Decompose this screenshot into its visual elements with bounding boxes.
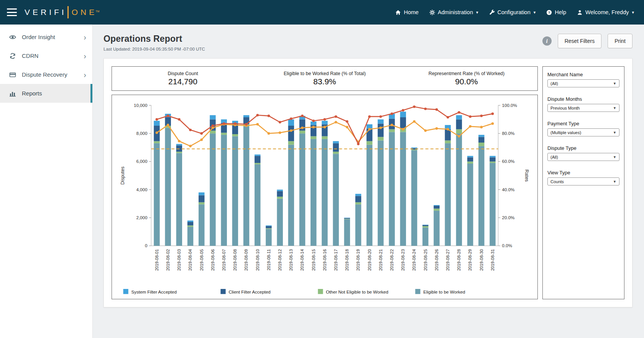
- svg-text:2019-08-06: 2019-08-06: [210, 249, 215, 271]
- sidebar-item-label: Order Insight: [22, 34, 55, 40]
- kpi-representment-rate: Representment Rate (% of Worked) 90.0%: [396, 71, 537, 86]
- nav-item-label: Configuration: [498, 9, 531, 15]
- svg-text:2019-08-04: 2019-08-04: [188, 249, 192, 271]
- wrench-icon: [489, 10, 495, 15]
- nav-user-menu[interactable]: Welcome, Freddy ▾: [577, 9, 634, 15]
- svg-text:2019-08-08: 2019-08-08: [233, 249, 237, 271]
- kpi-label: Eligible to be Worked Rate (% of Total): [254, 71, 396, 76]
- chevron-down-icon: ▼: [613, 155, 616, 159]
- dispute-type-dropdown[interactable]: (All)▼: [547, 153, 619, 161]
- verifi-logo: VERIFI ONE TM: [25, 6, 99, 18]
- nav-help[interactable]: ? Help: [546, 9, 566, 15]
- svg-text:?: ?: [548, 10, 550, 14]
- svg-text:0: 0: [145, 243, 147, 248]
- reset-filters-button[interactable]: Reset Filters: [558, 34, 602, 48]
- page-title: Operations Report: [104, 34, 205, 44]
- svg-text:2019-08-16: 2019-08-16: [322, 249, 327, 271]
- svg-text:System Filter Accepted: System Filter Accepted: [131, 290, 176, 294]
- help-icon: ?: [546, 10, 552, 15]
- bar-chart-icon: [9, 90, 16, 97]
- info-icon[interactable]: i: [542, 36, 552, 46]
- kpi-summary-strip: Dispute Count 214,790 Eligible to be Wor…: [112, 66, 538, 91]
- nav-item-label: Help: [555, 9, 566, 15]
- svg-text:2019-08-12: 2019-08-12: [278, 249, 282, 271]
- svg-text:2019-08-31: 2019-08-31: [490, 249, 495, 271]
- merchant-name-dropdown[interactable]: (All)▼: [547, 79, 619, 87]
- filter-panel: Merchant Name (All)▼ Dispute Months Prev…: [542, 66, 624, 299]
- svg-text:2019-08-01: 2019-08-01: [154, 249, 159, 271]
- svg-text:0.0%: 0.0%: [502, 243, 512, 248]
- sidebar-item-cdrn[interactable]: CDRN ›: [0, 46, 92, 65]
- svg-text:8,000: 8,000: [136, 131, 147, 136]
- nav-item-label: Welcome, Freddy: [585, 9, 629, 15]
- kpi-label: Dispute Count: [112, 71, 254, 76]
- eye-icon: [9, 34, 16, 41]
- svg-text:40.0%: 40.0%: [502, 187, 515, 192]
- svg-text:100.0%: 100.0%: [502, 103, 517, 108]
- svg-text:2019-08-09: 2019-08-09: [244, 249, 248, 271]
- chevron-down-icon: ▼: [613, 106, 616, 110]
- svg-text:Other Not Eligible to be Worke: Other Not Eligible to be Worked: [326, 290, 388, 294]
- payment-type-dropdown[interactable]: (Multiple values)▼: [547, 128, 619, 136]
- kpi-value: 214,790: [112, 77, 254, 86]
- filter-label-dispute-type: Dispute Type: [547, 145, 619, 151]
- chevron-down-icon: ▾: [534, 10, 536, 15]
- kpi-value: 90.0%: [396, 77, 537, 86]
- svg-text:2019-08-18: 2019-08-18: [345, 249, 349, 271]
- main-content: Operations Report Last Updated: 2019-09-…: [93, 25, 644, 338]
- svg-text:2019-08-25: 2019-08-25: [423, 249, 428, 271]
- sidebar-item-order-insight[interactable]: Order Insight ›: [0, 28, 92, 46]
- filter-label-view-type: View Type: [547, 170, 619, 176]
- svg-text:80.0%: 80.0%: [502, 131, 515, 136]
- svg-text:2019-08-28: 2019-08-28: [457, 249, 461, 271]
- svg-text:2019-08-11: 2019-08-11: [266, 249, 271, 271]
- kpi-label: Representment Rate (% of Worked): [396, 71, 537, 76]
- kpi-dispute-count: Dispute Count 214,790: [112, 71, 254, 86]
- kpi-value: 83.9%: [254, 77, 396, 86]
- chevron-down-icon: ▼: [613, 180, 616, 184]
- sidebar-item-label: Dispute Recovery: [22, 71, 67, 78]
- chevron-right-icon: ›: [84, 52, 86, 60]
- chevron-down-icon: ▾: [632, 10, 634, 15]
- print-button[interactable]: Print: [608, 34, 632, 48]
- svg-text:2019-08-07: 2019-08-07: [222, 249, 226, 271]
- view-type-dropdown[interactable]: Counts▼: [547, 177, 619, 185]
- svg-text:2019-08-05: 2019-08-05: [199, 249, 204, 271]
- sidebar-item-label: CDRN: [22, 53, 38, 59]
- svg-text:Disputes: Disputes: [120, 167, 125, 185]
- svg-text:2019-08-10: 2019-08-10: [255, 249, 260, 271]
- svg-text:2019-08-03: 2019-08-03: [177, 249, 181, 271]
- svg-text:2019-08-19: 2019-08-19: [356, 249, 360, 271]
- operations-chart-panel: 02,0004,0006,0008,00010,0000.0%20.0%40.0…: [112, 95, 538, 299]
- svg-text:2019-08-29: 2019-08-29: [468, 249, 472, 271]
- svg-text:2019-08-22: 2019-08-22: [389, 249, 394, 271]
- svg-text:2019-08-27: 2019-08-27: [445, 249, 450, 271]
- svg-text:2019-08-15: 2019-08-15: [311, 249, 316, 271]
- kpi-eligible-rate: Eligible to be Worked Rate (% of Total) …: [254, 71, 396, 86]
- nav-home[interactable]: Home: [395, 9, 419, 15]
- dropdown-value: (All): [550, 81, 558, 86]
- svg-text:Eligible to be Worked: Eligible to be Worked: [423, 290, 465, 294]
- svg-text:20.0%: 20.0%: [502, 215, 515, 220]
- svg-text:2019-08-14: 2019-08-14: [300, 249, 304, 271]
- sidebar-item-reports[interactable]: Reports: [0, 84, 92, 103]
- dispute-months-dropdown[interactable]: Previous Month▼: [547, 104, 619, 112]
- sync-icon: [9, 53, 16, 59]
- svg-text:2019-08-17: 2019-08-17: [334, 249, 338, 271]
- hamburger-menu-icon[interactable]: [7, 8, 17, 16]
- chevron-right-icon: ›: [84, 33, 86, 41]
- nav-administration[interactable]: Administration ▾: [429, 9, 478, 15]
- svg-text:2019-08-20: 2019-08-20: [367, 249, 372, 271]
- gear-icon: [429, 10, 435, 15]
- logo-text-one: ONE: [72, 8, 97, 17]
- sidebar-item-label: Reports: [22, 90, 42, 97]
- filter-label-merchant-name: Merchant Name: [547, 72, 619, 77]
- dropdown-value: Previous Month: [550, 106, 580, 110]
- user-icon: [577, 10, 583, 15]
- sidebar-item-dispute-recovery[interactable]: Dispute Recovery ›: [0, 65, 92, 84]
- logo-trademark: TM: [95, 10, 99, 13]
- svg-text:2019-08-24: 2019-08-24: [412, 249, 416, 271]
- filter-label-payment-type: Payment Type: [547, 121, 619, 126]
- nav-configuration[interactable]: Configuration ▾: [489, 9, 536, 15]
- filter-label-dispute-months: Dispute Months: [547, 96, 619, 102]
